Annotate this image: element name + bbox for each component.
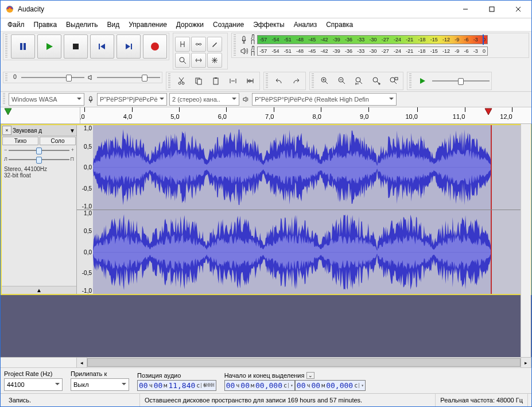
audio-position-label: Позиция аудио: [137, 372, 216, 379]
waveform-channel-right[interactable]: 1,00,50,0-0,5-1,0: [77, 210, 530, 294]
draw-tool[interactable]: [207, 37, 222, 52]
envelope-tool[interactable]: [191, 37, 206, 52]
maximize-button[interactable]: [479, 1, 505, 18]
ruler-tick: 3,0: [80, 107, 89, 120]
mute-button[interactable]: Тихо: [2, 137, 38, 145]
scroll-right-button[interactable]: ▸: [521, 357, 531, 368]
scroll-left-button[interactable]: ◂: [76, 357, 87, 368]
svg-rect-9: [99, 44, 100, 49]
menu-эффекты[interactable]: Эффекты: [248, 20, 289, 30]
skip-start-button[interactable]: [90, 34, 114, 59]
empty-track-area[interactable]: [1, 295, 531, 357]
silence-button[interactable]: [243, 73, 258, 88]
grip-handle[interactable]: [168, 73, 170, 88]
horizontal-scrollbar[interactable]: ◂ ▸: [1, 357, 531, 367]
minimize-button[interactable]: [452, 1, 479, 18]
undo-button[interactable]: [271, 73, 286, 88]
snap-to-label: Прилипать к: [71, 370, 129, 377]
trim-button[interactable]: [226, 73, 240, 88]
timeshift-tool[interactable]: [191, 53, 206, 68]
menu-выделить[interactable]: Выделить: [61, 20, 102, 30]
selection-tool[interactable]: [175, 37, 190, 52]
play-head-marker[interactable]: [4, 108, 12, 116]
track-collapse-button[interactable]: ▲: [2, 286, 76, 294]
timeline-ruler[interactable]: 3,04,05,06,07,08,09,010,011,012,0: [1, 107, 531, 124]
track-menu-button[interactable]: ▼: [69, 127, 76, 134]
track-name[interactable]: Звуковая д: [11, 127, 69, 134]
selection-start-field[interactable]: 00ч 00м 00,000с▾: [224, 380, 295, 391]
zoom-tool[interactable]: [175, 53, 190, 68]
grip-handle[interactable]: [266, 73, 268, 88]
stop-button[interactable]: [64, 34, 88, 59]
ruler-tick: 10,0: [411, 107, 424, 120]
close-button[interactable]: [505, 1, 531, 18]
menu-файл[interactable]: Файл: [3, 20, 29, 30]
status-actual-rate: Реальная частота: 48000 Гц: [436, 394, 528, 406]
zoom-out-button[interactable]: [335, 73, 350, 88]
pause-button[interactable]: [11, 34, 35, 59]
multi-tool[interactable]: [207, 53, 222, 68]
fit-project-button[interactable]: [369, 73, 384, 88]
svg-marker-10: [100, 44, 105, 49]
mixer-toolbar: [3, 72, 162, 83]
redo-button[interactable]: [289, 73, 304, 88]
skip-end-button[interactable]: [117, 34, 141, 59]
playback-speed-slider[interactable]: [432, 77, 490, 85]
grip-handle[interactable]: [5, 73, 7, 82]
window-title: Audacity: [18, 5, 452, 13]
solo-button[interactable]: Соло: [40, 137, 76, 145]
playback-device-combo[interactable]: Р”РёРЅР°РјРёРєРё (Realtek High Defin: [252, 93, 397, 106]
recording-meter: ЛП -57-54-51-48-45-42-39-36-33-30-27-24-…: [231, 33, 529, 58]
menu-вид[interactable]: Вид: [102, 20, 124, 30]
status-left: Запись.: [4, 394, 140, 406]
speaker-icon: [239, 46, 248, 56]
zoom-toolbar: [309, 72, 403, 90]
audio-position-field[interactable]: 00ч 00м 11,840с�HHH: [137, 380, 216, 391]
zoom-in-button[interactable]: [317, 73, 332, 88]
grip-handle[interactable]: [5, 34, 7, 59]
waveform-channel-left[interactable]: 1,00,50,0-0,5-1,0: [77, 125, 530, 210]
grip-handle[interactable]: [234, 34, 236, 56]
recording-level-meter[interactable]: -57-54-51-48-45-42-39-36-33-30-27-24-21-…: [257, 35, 488, 44]
recording-volume-slider[interactable]: [21, 73, 84, 82]
playback-level-meter[interactable]: -57-54-51-48-45-42-39-36-33-30-27-24-21-…: [257, 46, 488, 56]
grip-handle[interactable]: [3, 93, 5, 104]
vertical-scrollbar[interactable]: [521, 124, 531, 357]
menu-справка[interactable]: Справка: [321, 20, 358, 30]
playback-volume-slider[interactable]: [97, 73, 160, 82]
play-at-speed-button[interactable]: [415, 73, 430, 88]
play-button[interactable]: [37, 34, 61, 59]
selection-mode-dropdown[interactable]: ⌄: [306, 372, 314, 379]
svg-rect-12: [131, 44, 132, 49]
paste-button[interactable]: [208, 73, 223, 88]
project-rate-combo[interactable]: 44100: [4, 378, 63, 391]
record-head-marker[interactable]: [484, 108, 492, 116]
mic-icon: [239, 35, 248, 44]
recording-device-combo[interactable]: Р”РёРЅР°РјРёРєРё: [97, 93, 167, 106]
fit-selection-button[interactable]: [352, 73, 367, 88]
svg-point-25: [373, 77, 378, 82]
pan-slider[interactable]: ЛП: [4, 156, 74, 163]
menu-создание[interactable]: Создание: [208, 20, 248, 30]
copy-button[interactable]: [191, 73, 206, 88]
grip-handle[interactable]: [312, 73, 314, 88]
ruler-tick: 6,0: [222, 107, 231, 120]
svg-rect-19: [197, 79, 201, 84]
track-close-button[interactable]: ×: [2, 126, 11, 135]
audio-host-combo[interactable]: Windows WASA: [9, 93, 84, 106]
gain-slider[interactable]: −+: [4, 147, 74, 154]
ruler-tick: 12,0: [506, 107, 518, 120]
menu-правка[interactable]: Правка: [29, 20, 62, 30]
selection-end-field[interactable]: 00ч 00м 00,000с▾: [295, 380, 366, 391]
svg-point-0: [6, 6, 13, 13]
cut-button[interactable]: [174, 73, 189, 88]
menu-управление[interactable]: Управление: [124, 20, 172, 30]
menu-дорожки[interactable]: Дорожки: [172, 20, 208, 30]
menu-анализ[interactable]: Анализ: [289, 20, 322, 30]
snap-to-combo[interactable]: Выкл: [71, 378, 129, 391]
recording-channels-combo[interactable]: 2 (стерео) кана..: [169, 93, 239, 106]
grip-handle[interactable]: [409, 73, 411, 88]
track-format-info: Stereo, 44100Hz32-bit float: [2, 164, 76, 180]
zoom-toggle-button[interactable]: [386, 73, 401, 88]
record-button[interactable]: [143, 34, 167, 59]
